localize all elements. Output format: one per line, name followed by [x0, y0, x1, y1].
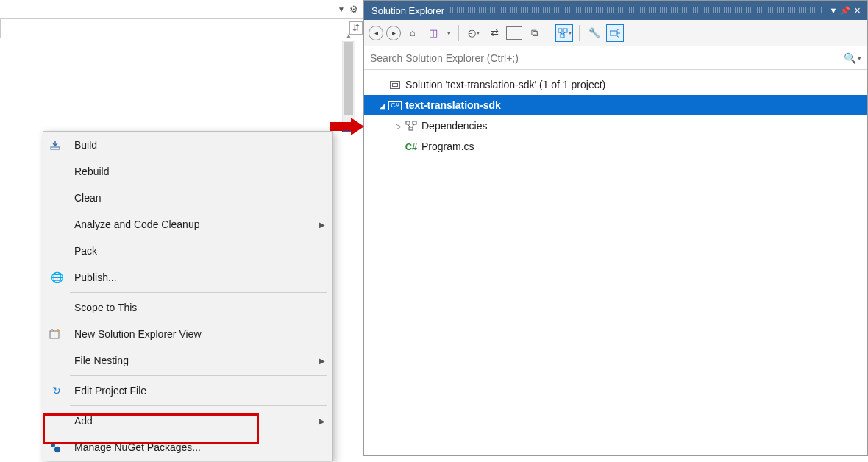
solution-explorer-panel: Solution Explorer ▼ 📌 ✕ ◂ ▸ ⌂ ◫ ▾ ◴ ⇄ ⧉ … [363, 0, 868, 456]
nav-forward-icon[interactable]: ▸ [386, 26, 401, 40]
svg-rect-2 [561, 34, 564, 38]
menu-manage-nuget-label: Manage NuGet Packages... [74, 441, 201, 453]
submenu-arrow-icon: ▶ [319, 417, 325, 425]
svg-rect-15 [50, 331, 59, 338]
scroll-up-arrow[interactable]: ▲ [345, 32, 352, 40]
vs-switch-views-icon[interactable]: ◫ [424, 24, 442, 42]
panel-menu-icon[interactable]: ▼ [828, 6, 839, 15]
menu-edit-project-label: Edit Project File [74, 385, 146, 397]
publish-icon: 🌐 [49, 271, 64, 283]
new-view-icon [49, 329, 64, 339]
submenu-arrow-icon: ▶ [319, 357, 325, 365]
project-node[interactable]: ◢ C# text-translation-sdk [364, 95, 867, 115]
nav-back-icon[interactable]: ◂ [369, 26, 383, 40]
svg-rect-1 [563, 29, 567, 32]
svg-line-13 [412, 124, 414, 127]
menu-analyze-label: Analyze and Code Cleanup [74, 218, 199, 230]
editor-blank-strip [0, 19, 346, 38]
solution-tree: Solution 'text-translation-sdk' (1 of 1 … [364, 70, 867, 161]
svg-rect-10 [413, 121, 416, 124]
solution-icon [390, 81, 400, 89]
build-icon [49, 140, 64, 150]
chevron-down-icon[interactable]: ▾ [445, 24, 452, 42]
svg-line-12 [408, 124, 410, 127]
collapse-all-icon[interactable]: ⧉ [525, 24, 543, 42]
svg-rect-9 [406, 121, 410, 124]
menu-file-nesting[interactable]: File Nesting ▶ [43, 347, 332, 374]
show-all-files-icon[interactable] [506, 26, 522, 40]
gear-icon[interactable]: ⚙ [349, 4, 358, 15]
menu-publish-label: Publish... [74, 271, 117, 283]
menu-rebuild-label: Rebuild [74, 166, 109, 177]
expand-icon[interactable]: ▷ [394, 122, 404, 130]
home-icon[interactable]: ⌂ [404, 24, 421, 42]
sync-icon[interactable]: ⇄ [485, 24, 503, 42]
panel-title: Solution Explorer [371, 5, 444, 16]
menu-new-view-label: New Solution Explorer View [74, 328, 202, 340]
preview-icon[interactable] [606, 24, 624, 42]
solution-explorer-search[interactable]: 🔍 ▾ [364, 46, 867, 70]
pending-changes-icon[interactable]: ◴ [465, 24, 483, 42]
scrollbar[interactable]: ▲ [342, 41, 355, 129]
dependencies-node[interactable]: ▷ Dependencies [364, 115, 867, 136]
dropdown-icon[interactable]: ▼ [338, 5, 345, 13]
dependencies-icon [404, 121, 419, 131]
svg-rect-14 [51, 147, 60, 149]
csharp-project-icon: C# [388, 101, 402, 110]
menu-rebuild[interactable]: Rebuild [43, 158, 332, 185]
svg-line-6 [617, 29, 619, 30]
menu-new-view[interactable]: New Solution Explorer View [43, 321, 332, 347]
menu-file-nesting-label: File Nesting [74, 355, 129, 366]
menu-build-label: Build [74, 139, 97, 151]
editor-mini-toolbar: ▼ ⚙ [0, 0, 363, 19]
csharp-file-icon: C# [404, 141, 419, 152]
svg-point-17 [54, 447, 60, 452]
search-icon[interactable]: 🔍 [844, 52, 856, 64]
expand-collapse-icon[interactable]: ◢ [377, 102, 388, 110]
svg-rect-5 [610, 31, 617, 35]
project-label: text-translation-sdk [402, 99, 501, 111]
menu-publish[interactable]: 🌐 Publish... [43, 264, 332, 291]
menu-edit-project[interactable]: ↻ Edit Project File [43, 377, 332, 404]
menu-scope[interactable]: Scope to This [43, 294, 332, 321]
menu-pack-label: Pack [74, 245, 97, 257]
program-file-node[interactable]: C# Program.cs [364, 136, 867, 157]
solution-label: Solution 'text-translation-sdk' (1 of 1 … [402, 79, 605, 90]
nuget-icon [49, 441, 64, 453]
view-mode-icon[interactable] [555, 24, 573, 42]
menu-scope-label: Scope to This [74, 302, 137, 313]
properties-icon[interactable]: 🔧 [586, 24, 603, 42]
svg-rect-0 [558, 29, 562, 32]
menu-add-label: Add [74, 415, 93, 427]
menu-build[interactable]: Build [43, 132, 332, 158]
menu-clean[interactable]: Clean [43, 185, 332, 211]
program-file-label: Program.cs [419, 141, 474, 152]
svg-rect-11 [409, 127, 413, 130]
pin-icon[interactable]: 📌 [839, 6, 851, 15]
solution-explorer-toolbar: ◂ ▸ ⌂ ◫ ▾ ◴ ⇄ ⧉ 🔧 [364, 20, 867, 46]
search-input[interactable] [370, 52, 841, 64]
solution-node[interactable]: Solution 'text-translation-sdk' (1 of 1 … [364, 74, 867, 95]
submenu-arrow-icon: ▶ [319, 221, 325, 229]
project-context-menu: Build Rebuild Clean Analyze and Code Cle… [43, 131, 333, 461]
menu-analyze[interactable]: Analyze and Code Cleanup ▶ [43, 211, 332, 238]
menu-manage-nuget[interactable]: Manage NuGet Packages... [43, 434, 332, 461]
scroll-marker [342, 129, 355, 132]
close-icon[interactable]: ✕ [851, 6, 863, 15]
titlebar-grip [450, 7, 822, 13]
svg-line-8 [617, 36, 619, 38]
dependencies-label: Dependencies [419, 120, 488, 132]
menu-add[interactable]: Add ▶ [43, 408, 332, 434]
menu-pack[interactable]: Pack [43, 238, 332, 264]
menu-clean-label: Clean [74, 192, 102, 204]
search-options-icon[interactable]: ▾ [858, 54, 861, 62]
svg-point-16 [51, 443, 55, 447]
edit-project-icon: ↻ [49, 385, 64, 397]
solution-explorer-titlebar[interactable]: Solution Explorer ▼ 📌 ✕ [364, 1, 867, 20]
